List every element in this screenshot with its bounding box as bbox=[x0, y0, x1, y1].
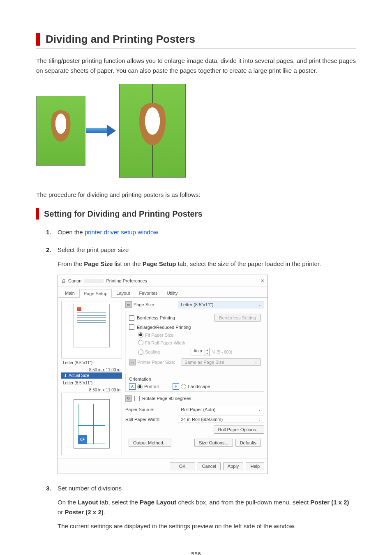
illustration-poster-image bbox=[119, 84, 186, 178]
dialog-title-suffix: Printing Preferences bbox=[106, 278, 147, 283]
fit-paper-label: Fit Paper Size bbox=[145, 333, 173, 338]
page-size-icon: ▭ bbox=[125, 301, 132, 308]
roll-icon: ⟳ bbox=[78, 435, 87, 444]
title-divider bbox=[36, 48, 356, 49]
roll-width-label: Roll Paper Width: bbox=[125, 417, 175, 422]
page-size-label: Page Size: bbox=[134, 302, 155, 307]
section-heading-text: Setting for Dividing and Printing Poster… bbox=[44, 209, 203, 219]
rotate-label: Rotate Page 90 degrees bbox=[142, 396, 191, 401]
dialog-title-prefix: Canon bbox=[68, 278, 81, 283]
cancel-button[interactable]: Cancel bbox=[198, 462, 221, 470]
apply-button[interactable]: Apply bbox=[223, 462, 244, 470]
poster-illustration bbox=[36, 84, 356, 178]
landscape-icon: A bbox=[173, 383, 179, 390]
step-1-prefix: Open the bbox=[58, 229, 85, 236]
output-method-button[interactable]: Output Method... bbox=[129, 439, 171, 447]
tab-utility[interactable]: Utility bbox=[162, 289, 182, 297]
step-3-desc-2: The current settings are displayed in th… bbox=[58, 521, 356, 531]
step-3-desc-1: On the Layout tab, select the Page Layou… bbox=[58, 497, 356, 517]
printer-paper-label: Printer Paper Size: bbox=[137, 360, 175, 365]
scaling-spinner[interactable]: Auto▴▾ bbox=[191, 348, 210, 356]
rotate-checkbox[interactable] bbox=[134, 396, 140, 401]
tab-page-setup[interactable]: Page Setup bbox=[79, 289, 112, 298]
size-options-button[interactable]: Size Options... bbox=[194, 439, 233, 447]
preview-size-1a: Letter (8.5"x11") : bbox=[63, 360, 95, 365]
paper-source-label: Paper Source: bbox=[125, 407, 175, 412]
printer-icon: 🖨 bbox=[61, 278, 66, 283]
paper-source-select[interactable]: Roll Paper (Auto)⌄ bbox=[178, 406, 264, 413]
tab-layout[interactable]: Layout bbox=[112, 289, 134, 297]
preview-size-2a: Letter (8.5"x11") : bbox=[63, 380, 95, 386]
orientation-legend: Orientation bbox=[129, 377, 261, 382]
page-number: 556 bbox=[36, 551, 356, 555]
portrait-radio[interactable] bbox=[137, 384, 143, 389]
borderless-checkbox[interactable] bbox=[129, 315, 134, 321]
preview-size-2b: 8.50 in x 11.00 in bbox=[89, 387, 120, 393]
scaling-radio[interactable] bbox=[138, 349, 143, 355]
preview-top bbox=[61, 301, 122, 358]
chevron-down-icon: ⌄ bbox=[258, 303, 261, 307]
step-3-title: Set number of divisions bbox=[58, 485, 122, 492]
rotate-icon: ↻ bbox=[125, 395, 132, 402]
step-2-number: 2. bbox=[46, 246, 54, 253]
help-button[interactable]: Help bbox=[246, 462, 264, 470]
dialog-title-model-placeholder bbox=[84, 279, 104, 283]
illustration-source-image bbox=[36, 96, 85, 166]
intro-paragraph: The tiling/poster printing function allo… bbox=[36, 56, 356, 76]
fit-roll-label: Fit Roll Paper Width bbox=[145, 340, 185, 345]
procedure-line: The procedure for dividing and printing … bbox=[36, 190, 356, 200]
step-3-number: 3. bbox=[46, 485, 54, 492]
tab-main[interactable]: Main bbox=[60, 289, 79, 297]
printing-preferences-dialog: 🖨 Canon Printing Preferences × Main Page… bbox=[58, 275, 268, 474]
roll-paper-options-button[interactable]: Roll Paper Options... bbox=[214, 426, 265, 434]
page-title: Dividing and Printing Posters bbox=[46, 33, 356, 46]
scaling-label: Scaling bbox=[145, 349, 160, 354]
step-2-desc: From the Page Size list on the Page Setu… bbox=[58, 259, 356, 269]
printer-driver-link[interactable]: printer driver setup window bbox=[85, 229, 158, 236]
preview-bottom: ⟳ bbox=[61, 393, 122, 455]
landscape-label: Landscape bbox=[188, 384, 210, 389]
actual-size-bar: ⬇ Actual Size bbox=[61, 372, 122, 379]
chevron-down-icon: ⌄ bbox=[258, 417, 261, 421]
step-1: 1. Open the printer driver setup window bbox=[46, 229, 356, 236]
fit-roll-radio[interactable] bbox=[138, 340, 143, 345]
roll-width-select[interactable]: 24 in Roll (609.6mm)⌄ bbox=[178, 416, 264, 423]
step-1-number: 1. bbox=[46, 229, 54, 236]
portrait-label: Portrait bbox=[144, 384, 159, 389]
printer-paper-select: Same as Page Size⌄ bbox=[182, 358, 261, 366]
borderless-label: Borderless Printing bbox=[137, 315, 212, 320]
step-2: 2. Select the print paper size From the … bbox=[46, 246, 356, 474]
enlarged-checkbox[interactable] bbox=[129, 324, 134, 330]
fit-paper-radio[interactable] bbox=[138, 332, 143, 338]
arrow-right-icon bbox=[86, 125, 118, 137]
printer-paper-icon: ▭ bbox=[129, 359, 136, 365]
dialog-tabs: Main Page Setup Layout Favorites Utility bbox=[58, 287, 267, 298]
defaults-button[interactable]: Defaults bbox=[235, 439, 261, 447]
close-icon[interactable]: × bbox=[261, 278, 264, 284]
ok-button[interactable]: OK bbox=[170, 462, 195, 470]
portrait-icon: A bbox=[129, 383, 136, 390]
step-3: 3. Set number of divisions On the Layout… bbox=[46, 485, 356, 531]
tab-favorites[interactable]: Favorites bbox=[134, 289, 162, 297]
enlarged-label: Enlarged/Reduced Printing bbox=[137, 325, 191, 330]
step-2-title: Select the print paper size bbox=[58, 246, 129, 253]
scaling-range: % (5 - 600) bbox=[212, 350, 232, 354]
page-size-select[interactable]: Letter (8.5"x11")⌄ bbox=[178, 301, 264, 308]
chevron-down-icon: ⌄ bbox=[258, 407, 261, 412]
down-arrow-icon: ⬇ bbox=[64, 373, 67, 378]
preview-size-1b: 8.50 in x 11.00 in bbox=[89, 367, 120, 372]
borderless-setting-button: Borderless Setting bbox=[214, 314, 261, 322]
section-heading: Setting for Dividing and Printing Poster… bbox=[36, 208, 356, 220]
landscape-radio[interactable] bbox=[181, 384, 186, 389]
